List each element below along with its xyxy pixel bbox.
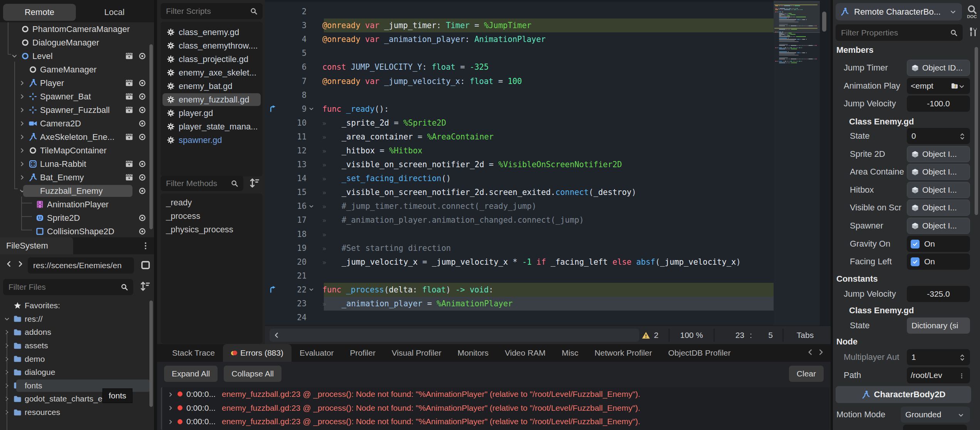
filter-properties-input[interactable] xyxy=(840,28,950,38)
scene-node-gamemanager[interactable]: GameManager xyxy=(0,63,154,76)
inspector-node-selector[interactable]: Remote CharacterBo... xyxy=(836,3,962,20)
warning-count[interactable]: 2 xyxy=(632,331,668,340)
property-value-spawner[interactable]: Object I... xyxy=(907,218,970,234)
scene-node-spawner-bat[interactable]: Spawner_Bat xyxy=(0,90,154,103)
script-item-enemy-axe-skelet-[interactable]: enemy_axe_skelet... xyxy=(161,66,263,79)
fold-slot[interactable] xyxy=(307,106,316,112)
code-line-23[interactable]: 23_animation_player = %AnimationPlayer xyxy=(265,297,831,311)
scene-tree-scrollbar[interactable] xyxy=(149,44,153,229)
code-editor[interactable]: 23@onready var _jump_timer: Timer = %Jum… xyxy=(265,0,831,344)
property-value-multiplayer-aut[interactable]: 1 xyxy=(907,349,970,365)
fs-item-resources[interactable]: resources xyxy=(0,406,154,419)
expand-toggle[interactable] xyxy=(17,93,27,100)
code-line-21[interactable]: 21 xyxy=(265,269,831,283)
code-line-10[interactable]: 10_sprite_2d = %Sprite2D xyxy=(265,116,831,130)
expand-toggle[interactable] xyxy=(2,316,12,322)
script-item-player-state-mana-[interactable]: player_state_mana... xyxy=(161,120,263,133)
visibility-button[interactable] xyxy=(138,92,148,101)
scene-node-phantomcameramanager[interactable]: PhantomCameraManager xyxy=(0,22,154,36)
code-line-9[interactable]: 9func _ready(): xyxy=(265,102,831,116)
expand-toggle[interactable] xyxy=(17,107,27,113)
property-value-facing-left[interactable]: On xyxy=(907,254,970,270)
fold-slot[interactable] xyxy=(307,203,316,209)
property-value-sprite-2d[interactable]: Object I... xyxy=(907,146,970,162)
code-line-24[interactable]: 24 xyxy=(265,311,831,324)
filesystem-path[interactable]: res://scenes/Enemies/en xyxy=(28,257,134,274)
fs-item-addons[interactable]: addons xyxy=(0,326,154,339)
pin-button[interactable] xyxy=(125,160,135,168)
debugger-tab-evaluator[interactable]: Evaluator xyxy=(291,344,342,362)
visibility-button[interactable] xyxy=(138,119,148,128)
tabs-scroll-right-icon[interactable] xyxy=(817,348,825,356)
scene-node-collisionshape2d[interactable]: CollisionShape2D xyxy=(0,225,154,237)
code-line-7[interactable]: 7@onready var _jump_velocity_x: float = … xyxy=(265,74,831,88)
zoom-level[interactable]: 100 % xyxy=(670,331,713,340)
fold-slot[interactable] xyxy=(307,287,316,292)
expand-toggle[interactable] xyxy=(17,80,27,86)
path-menu[interactable] xyxy=(958,371,966,380)
debugger-tab-monitors[interactable]: Monitors xyxy=(449,344,497,362)
visibility-button[interactable] xyxy=(138,173,148,182)
debugger-tab-stack-trace[interactable]: Stack Trace xyxy=(164,344,223,362)
dropdown-toggle[interactable] xyxy=(958,410,965,419)
error-row[interactable]: 0:00:0...enemy_fuzzball.gd:23 @ _process… xyxy=(162,415,829,428)
search-help-icon[interactable] xyxy=(965,5,978,19)
property-value-jump-timer[interactable]: Object ID... xyxy=(907,60,970,76)
pin-button[interactable] xyxy=(125,173,135,182)
scene-node-tilemapcontainer[interactable]: TileMapContainer xyxy=(0,144,154,157)
scene-node-player[interactable]: Player xyxy=(0,76,154,90)
pin-button[interactable] xyxy=(125,79,135,87)
expand-toggle[interactable] xyxy=(17,161,27,167)
checkbox[interactable] xyxy=(911,240,920,249)
clear-button[interactable]: Clear xyxy=(789,366,824,382)
spin-arrows[interactable] xyxy=(959,353,965,362)
error-row[interactable]: 0:00:0...enemy_fuzzball.gd:23 @ _process… xyxy=(162,387,829,401)
property-value-jump-velocity[interactable]: -325.0 xyxy=(907,286,970,302)
debugger-tab-objectdb-profiler[interactable]: ObjectDB Profiler xyxy=(660,344,739,362)
property-value-animation-play[interactable]: <empt xyxy=(907,78,970,94)
method-item--ready[interactable]: _ready xyxy=(161,196,263,209)
filter-files-input[interactable] xyxy=(8,282,120,292)
expand-toggle[interactable] xyxy=(17,174,27,181)
property-value-state[interactable]: Dictionary (si xyxy=(907,317,970,334)
method-sort-icon[interactable] xyxy=(249,177,260,189)
visibility-button[interactable] xyxy=(138,52,148,60)
scene-node-level[interactable]: Level xyxy=(0,49,154,63)
code-line-13[interactable]: 13_visible_on_screen_notifier_2d = %Visi… xyxy=(265,158,831,171)
fs-item-demo[interactable]: demo xyxy=(0,352,154,366)
code-line-8[interactable]: 8 xyxy=(265,88,831,102)
inspector-scrollbar[interactable] xyxy=(975,47,978,215)
code-line-19[interactable]: 19#Set starting direction xyxy=(265,241,831,255)
property-value-state[interactable]: 0 xyxy=(907,128,970,144)
code-line-14[interactable]: 14_set_facing_direction() xyxy=(265,171,831,185)
dropdown-toggle[interactable] xyxy=(958,81,966,91)
visibility-button[interactable] xyxy=(138,160,148,168)
code-line-11[interactable]: 11_area_container = %AreaContainer xyxy=(265,130,831,144)
script-item-spawner-gd[interactable]: spawner.gd xyxy=(161,133,263,147)
fs-item-assets[interactable]: assets xyxy=(0,339,154,353)
script-item-player-gd[interactable]: player.gd xyxy=(161,106,263,120)
property-value-visible-on-scr[interactable]: Object I... xyxy=(907,200,970,216)
property-value-path[interactable]: /root/Lev xyxy=(907,367,970,383)
visibility-button[interactable] xyxy=(138,186,148,195)
debugger-tab-visual-profiler[interactable]: Visual Profiler xyxy=(384,344,449,362)
pin-button[interactable] xyxy=(125,52,135,60)
spin-arrows[interactable] xyxy=(959,131,965,141)
visibility-button[interactable] xyxy=(138,133,148,141)
method-item--process[interactable]: _process xyxy=(161,209,263,223)
quick-load-icon[interactable] xyxy=(951,82,958,90)
pin-button[interactable] xyxy=(125,133,135,141)
scene-node-dialoguemanager[interactable]: DialogueManager xyxy=(0,36,154,49)
filesystem-scrollbar[interactable] xyxy=(149,301,153,407)
scene-node-bat-enemy[interactable]: Bat_Enemy xyxy=(0,171,154,184)
property-tools-icon[interactable] xyxy=(968,26,978,37)
expand-toggle[interactable] xyxy=(168,405,176,412)
property-value-jump-velocity[interactable]: -100.0 xyxy=(907,96,970,112)
script-item-class-enemythrow-[interactable]: class_enemythrow.... xyxy=(161,39,263,52)
visibility-button[interactable] xyxy=(138,106,148,114)
fs-item-favorites-[interactable]: Favorites: xyxy=(0,299,154,312)
code-line-5[interactable]: 5 xyxy=(265,46,831,60)
visibility-button[interactable] xyxy=(138,227,148,236)
property-value-motion-mode[interactable]: Grounded xyxy=(901,406,970,423)
scene-node-sprite2d[interactable]: Sprite2D xyxy=(0,211,154,225)
